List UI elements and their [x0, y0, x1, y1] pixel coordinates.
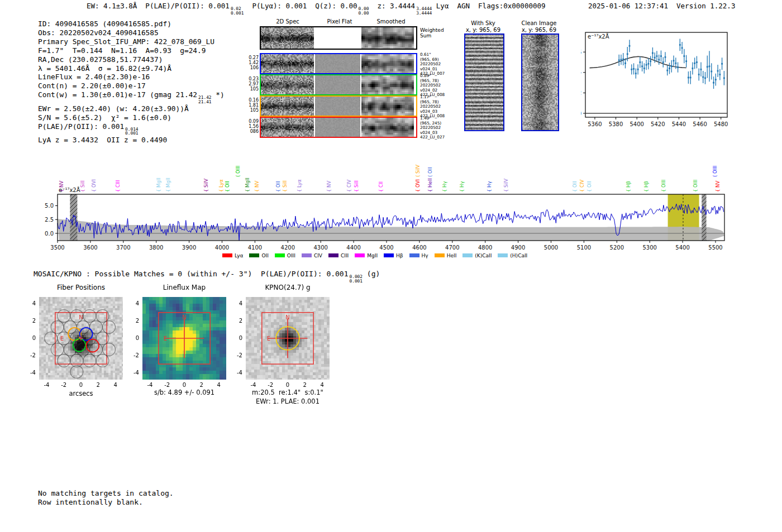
spec2d-image [261, 27, 314, 49]
emission-line-label: { MgII [165, 178, 171, 192]
kpno-xtick-label: 2 [298, 382, 312, 388]
fiber-weight-labels: 0.232.97105 [248, 76, 259, 92]
spectrum-xtick-label: 3900 [182, 245, 196, 251]
kpno-panel: KPNO(24.7) gNE420-2-4-4-2024m:20.5 re:1.… [233, 284, 345, 404]
emission-line-label: ( OII [427, 167, 433, 177]
zoom-xtick-label: 5460 [693, 121, 707, 127]
emission-line-label: { NV [326, 181, 332, 192]
emission-line-label: { NV [715, 181, 721, 192]
legend-swatch [355, 253, 365, 257]
legend-swatch [275, 253, 285, 257]
fiber-xtick-label: 2 [92, 382, 105, 388]
spec2d-image [261, 75, 314, 94]
info-stacked-value: 21.4221.41 [198, 95, 211, 104]
spec2d-weighted-row [260, 26, 417, 50]
fiber-overlay: NE [39, 297, 123, 380]
legend-item: Hβ [384, 253, 403, 258]
emission-line-label: { OIII [661, 180, 666, 192]
zoom-xtick-label: 5420 [651, 121, 665, 127]
emission-line-label: { CIII [115, 180, 121, 192]
legend-swatch [384, 253, 394, 257]
header-datetime: 2025-01-06 12:37:41 [588, 2, 668, 10]
emission-line-label: { MgII [156, 178, 161, 192]
weighted-sum-label: WeightedSum [420, 27, 444, 39]
footer-line: No matching targets in catalog. [38, 489, 174, 498]
header-text: Lyα AGN Flags:0x00000009 [432, 2, 545, 10]
info-line: F=1.7" T=0.144 N=1.16 A=0.93 g=24.9 [38, 46, 225, 55]
info-line: S/N = 5.6(±5.2) χ² = 1.6(±0.0) [38, 113, 225, 122]
info-text: P(LAE)/P(OII): 0.001 [38, 122, 124, 131]
spectrum-xtick-label: 5400 [675, 245, 689, 251]
zoom-xtick-label: 5380 [609, 121, 623, 127]
legend-label: Hβ [396, 253, 403, 258]
spectrum-ytick-label: 0.0 [45, 231, 54, 237]
smoothed-image [361, 75, 414, 94]
legend-label: (H)CaII [510, 253, 527, 258]
header-summary: EW: 4.1±3.8Å P(LAE)/P(OII): 0.0010.020.0… [87, 2, 546, 16]
legend-label: MgII [367, 253, 378, 258]
legend-swatch [498, 253, 508, 257]
clean-image-subtitle: x, y: 965, 69 [507, 27, 571, 33]
info-line: RA,Dec (230.027588,51.774437) [38, 55, 225, 64]
info-text: Primary Spec_Slot_IFU_AMP: 422_078_069_L… [38, 37, 214, 46]
legend-item: OII [249, 253, 268, 258]
legend-item: MgII [355, 253, 378, 258]
fiber-weight-labels: 0.161.81105 [248, 98, 259, 113]
pixel-flat-image [315, 97, 360, 116]
fiber-xtick-label: 0 [74, 382, 88, 388]
lineflux-xtick-label: 2 [195, 382, 208, 388]
kpno-caption: m:20.5 re:1.4" s:0.1" [228, 389, 347, 396]
legend-label: OII [261, 253, 268, 258]
mosaic-stacked-value: 0.0020.001 [350, 275, 363, 284]
legend-label: HeII [447, 253, 457, 258]
info-line: Cont(w) = 1.30(±0.01)e-17 (gmag 21.4221.… [38, 90, 225, 104]
fiber-ytick-label: -4 [27, 370, 36, 376]
fiber-xtick-label: 4 [109, 382, 122, 388]
lineflux-ytick-label: 4 [130, 300, 139, 306]
clean-image-image [521, 33, 559, 131]
legend-swatch [409, 253, 419, 257]
lineflux-ytick-label: -2 [130, 352, 139, 358]
smoothed-image [361, 97, 414, 116]
header-stacked-value: 3.44443.4444 [416, 7, 432, 16]
full-spectrum-svg: 3500360037003800390040004100420043004400… [34, 151, 760, 261]
header-text: P(Lyα): 0.001 Q(z): 0.00 [244, 2, 357, 10]
kpno-xtick-label: -4 [246, 382, 260, 388]
pixel-flat-image [315, 54, 360, 73]
spectrum-xtick-label: 3700 [116, 245, 130, 251]
info-text: Cont(n) = 2.20(±0.00)e-17 [38, 82, 146, 90]
emission-line-label: { NV [254, 181, 260, 192]
info-line: Primary Spec_Slot_IFU_AMP: 422_078_069_L… [38, 37, 225, 46]
header-text: EW: 4.1±3.8Å P(LAE)/P(OII): 0.001 [87, 2, 230, 10]
info-text: LyA z = 3.4432 OII z = 0.4490 [38, 136, 167, 144]
legend-label: Lyα [235, 253, 243, 258]
emission-line-label: { OIII [693, 180, 698, 192]
legend-swatch [328, 253, 338, 257]
info-line: P(LAE)/P(OII): 0.0010.0140.001 [38, 122, 225, 136]
spectrum-xtick-label: 5200 [610, 245, 624, 251]
spec2d-fiber-row [260, 74, 417, 95]
emission-line-label: ( SiIV [415, 165, 421, 177]
emission-line-label: { HeII [427, 178, 433, 192]
mosaic-text: MOSAIC/KPNO : Possible Matches = 0 (with… [34, 270, 349, 278]
lineflux-ytick-label: -4 [130, 370, 139, 376]
footer-notes: No matching targets in catalog.Row inten… [38, 489, 174, 507]
emission-line-label: { OII [225, 181, 230, 192]
zoom-xtick-label: 5360 [588, 121, 602, 127]
lineflux-ytick-label: 2 [130, 318, 139, 324]
info-stacked-value: 0.0140.001 [125, 127, 138, 136]
spec2d-fiber-row [260, 95, 417, 117]
lineflux-xtick-label: 4 [212, 382, 226, 388]
spectrum-xtick-label: 3800 [149, 245, 163, 251]
legend-swatch [462, 253, 473, 257]
header-version: Version 1.22.3 [676, 2, 735, 10]
emission-line-label: { Hγ [459, 181, 465, 192]
legend-item: HeII [435, 253, 457, 258]
spec2d-column-header: Pixel Flat [314, 18, 365, 25]
legend-item: OIII [275, 253, 295, 258]
emission-line-label: { SiII [354, 180, 359, 192]
emission-line-label: ( OIII [235, 166, 241, 177]
smoothed-image [361, 27, 414, 49]
spec2d-image [261, 97, 314, 116]
lineflux-xtick-label: -4 [143, 382, 156, 388]
